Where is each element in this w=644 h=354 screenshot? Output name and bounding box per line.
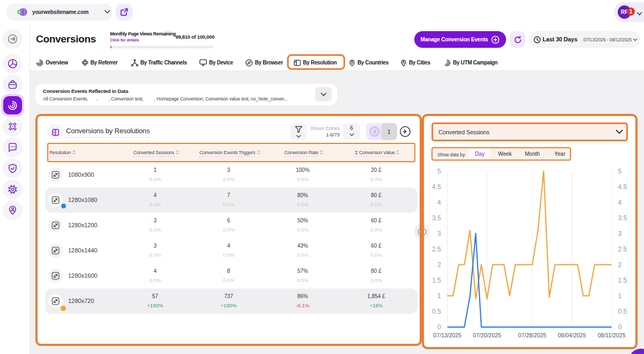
svg-text:0: 0 bbox=[437, 323, 441, 331]
svg-text:0.5: 0.5 bbox=[432, 308, 441, 315]
svg-text:07/28/2025: 07/28/2025 bbox=[518, 332, 547, 338]
svg-text:3: 3 bbox=[437, 230, 441, 237]
svg-text:0: 0 bbox=[618, 323, 622, 331]
svg-text:3.5: 3.5 bbox=[432, 214, 441, 222]
svg-text:2: 2 bbox=[437, 261, 441, 269]
svg-text:3.5: 3.5 bbox=[618, 214, 627, 222]
svg-text:08/11/2025: 08/11/2025 bbox=[598, 332, 626, 338]
svg-text:4.5: 4.5 bbox=[618, 183, 627, 191]
svg-text:07/20/2025: 07/20/2025 bbox=[473, 332, 501, 338]
svg-text:4: 4 bbox=[437, 199, 441, 206]
svg-text:2: 2 bbox=[618, 261, 622, 269]
svg-text:1.5: 1.5 bbox=[432, 277, 441, 284]
svg-text:5: 5 bbox=[618, 168, 622, 175]
svg-text:4.5: 4.5 bbox=[432, 183, 441, 191]
svg-text:07/13/2025: 07/13/2025 bbox=[433, 332, 462, 338]
svg-text:2.5: 2.5 bbox=[618, 245, 627, 253]
svg-text:3: 3 bbox=[618, 230, 622, 237]
svg-text:1: 1 bbox=[437, 292, 441, 300]
svg-text:5: 5 bbox=[437, 168, 441, 175]
svg-text:1.5: 1.5 bbox=[618, 277, 627, 284]
svg-text:08/04/2025: 08/04/2025 bbox=[558, 332, 586, 338]
svg-text:2.5: 2.5 bbox=[432, 245, 441, 253]
svg-text:0.5: 0.5 bbox=[618, 308, 627, 315]
svg-text:4: 4 bbox=[618, 199, 622, 206]
svg-text:1: 1 bbox=[618, 292, 622, 300]
